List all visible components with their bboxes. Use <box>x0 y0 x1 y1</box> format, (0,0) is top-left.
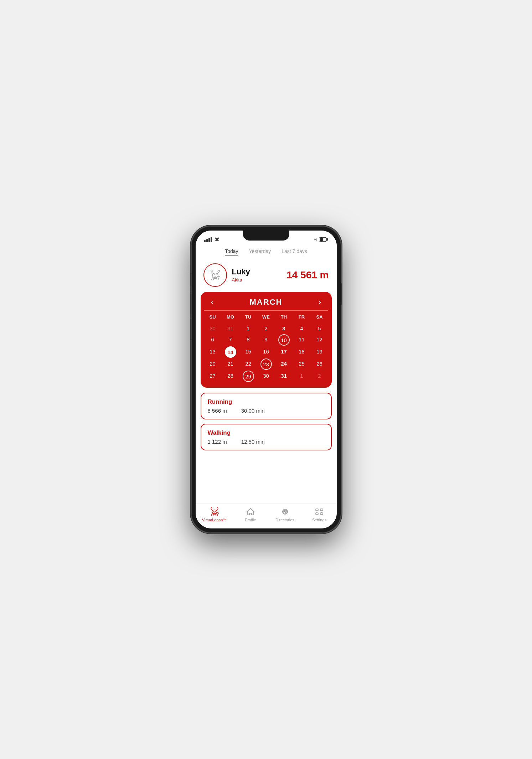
cal-header-sa: SA <box>311 313 328 322</box>
table-row[interactable]: 7 <box>222 334 239 346</box>
cal-header-th: TH <box>275 313 293 322</box>
table-row[interactable]: 3 <box>275 323 293 334</box>
table-row[interactable]: 5 <box>311 323 328 334</box>
table-row[interactable]: 28 <box>222 371 239 382</box>
table-row[interactable]: 18 <box>293 346 310 358</box>
phone-frame: ⌘ % Today Yesterday Last 7 days <box>191 226 341 533</box>
table-row[interactable]: 15 <box>240 346 257 358</box>
calendar-grid: SU MO TU WE TH FR SA 30 31 1 2 3 4 5 6 <box>204 313 328 382</box>
walking-title: Walking <box>208 429 325 437</box>
status-right: % <box>314 237 328 242</box>
table-row[interactable]: 23 <box>260 358 272 370</box>
mute-button <box>190 273 191 285</box>
dog-avatar-svg <box>208 268 222 282</box>
cal-header-we: WE <box>258 313 275 322</box>
nav-label-directories: Directories <box>275 518 294 522</box>
dog-profile-row: Luky Akita 14 561 m <box>196 260 337 292</box>
nav-label-virtualeash: VirtuaLeash™ <box>202 518 227 522</box>
home-icon <box>246 507 255 517</box>
table-row[interactable]: 29 <box>243 371 254 382</box>
svg-rect-8 <box>316 509 318 511</box>
dog-icon <box>210 507 219 517</box>
nav-profile[interactable]: Profile <box>240 507 261 522</box>
wifi-icon: ⌘ <box>215 237 219 242</box>
running-duration: 30:00 min <box>241 408 265 414</box>
cal-header-su: SU <box>204 313 221 322</box>
dog-avatar <box>203 263 227 287</box>
table-row[interactable]: 10 <box>278 334 290 346</box>
top-tabs: Today Yesterday Last 7 days <box>196 245 337 260</box>
table-row[interactable]: 11 <box>293 334 310 346</box>
dog-distance: 14 561 m <box>286 269 329 281</box>
tab-today[interactable]: Today <box>225 248 238 256</box>
table-row[interactable]: 16 <box>258 346 275 358</box>
calendar-header: ‹ MARCH › <box>204 298 328 311</box>
svg-rect-11 <box>320 513 323 515</box>
status-bar: ⌘ % <box>196 231 337 245</box>
table-row[interactable]: 30 <box>258 371 275 382</box>
table-row[interactable]: 1 <box>240 323 257 334</box>
nav-label-settings: Settings <box>312 518 326 522</box>
bottom-nav: VirtuaLeash™ Profile <box>196 504 337 528</box>
table-row[interactable]: 20 <box>204 358 221 370</box>
volume-down-button <box>190 319 191 340</box>
battery-percent: % <box>314 237 317 242</box>
table-row[interactable]: 25 <box>293 358 310 370</box>
table-row[interactable]: 2 <box>311 371 328 382</box>
svg-point-2 <box>216 274 216 275</box>
table-row[interactable]: 17 <box>275 346 293 358</box>
table-row[interactable]: 14 <box>225 346 236 358</box>
directories-icon <box>280 507 290 517</box>
table-row[interactable]: 19 <box>311 346 328 358</box>
volume-up-button <box>190 292 191 314</box>
nav-directories[interactable]: Directories <box>274 507 296 522</box>
nav-settings[interactable]: Settings <box>309 507 330 522</box>
table-row[interactable]: 24 <box>275 358 293 370</box>
table-row[interactable]: 13 <box>204 346 221 358</box>
table-row[interactable]: 6 <box>204 334 221 346</box>
svg-rect-10 <box>320 509 323 511</box>
signal-icon <box>204 237 212 242</box>
svg-point-1 <box>214 274 215 275</box>
svg-point-5 <box>215 511 216 512</box>
table-row[interactable]: 8 <box>240 334 257 346</box>
dog-info: Luky Akita <box>232 267 250 283</box>
table-row[interactable]: 2 <box>258 323 275 334</box>
nav-virtualeash[interactable]: VirtuaLeash™ <box>202 507 227 522</box>
dog-avatar-wrap: Luky Akita <box>203 263 250 287</box>
tab-yesterday[interactable]: Yesterday <box>249 248 271 256</box>
table-row[interactable]: 31 <box>275 371 293 382</box>
power-button <box>341 283 342 305</box>
tab-last7days[interactable]: Last 7 days <box>282 248 307 256</box>
calendar-prev-button[interactable]: ‹ <box>207 298 218 307</box>
battery-icon <box>319 237 328 242</box>
table-row[interactable]: 1 <box>293 371 310 382</box>
table-row[interactable]: 12 <box>311 334 328 346</box>
running-card[interactable]: Running 8 566 m 30:00 min <box>201 393 332 419</box>
table-row[interactable]: 31 <box>222 323 239 334</box>
running-stats: 8 566 m 30:00 min <box>208 408 325 414</box>
walking-duration: 12:50 min <box>241 439 265 445</box>
svg-point-0 <box>212 273 218 278</box>
calendar-month: MARCH <box>250 298 283 307</box>
table-row[interactable]: 27 <box>204 371 221 382</box>
settings-icon <box>314 507 324 517</box>
cal-header-fr: FR <box>293 313 310 322</box>
running-distance: 8 566 m <box>208 408 227 414</box>
dog-name: Luky <box>232 267 250 277</box>
screen-content: Today Yesterday Last 7 days <box>196 245 337 504</box>
running-title: Running <box>208 398 325 406</box>
calendar-next-button[interactable]: › <box>314 298 325 307</box>
table-row[interactable]: 4 <box>293 323 310 334</box>
svg-point-4 <box>213 511 214 512</box>
notch <box>243 231 289 241</box>
table-row[interactable]: 9 <box>258 334 275 346</box>
table-row[interactable]: 26 <box>311 358 328 370</box>
dog-breed: Akita <box>232 277 242 283</box>
table-row[interactable]: 21 <box>222 358 239 370</box>
table-row[interactable]: 30 <box>204 323 221 334</box>
nav-label-profile: Profile <box>245 518 256 522</box>
walking-card[interactable]: Walking 1 122 m 12:50 min <box>201 424 332 450</box>
svg-point-3 <box>212 510 217 513</box>
table-row[interactable]: 22 <box>240 358 257 370</box>
